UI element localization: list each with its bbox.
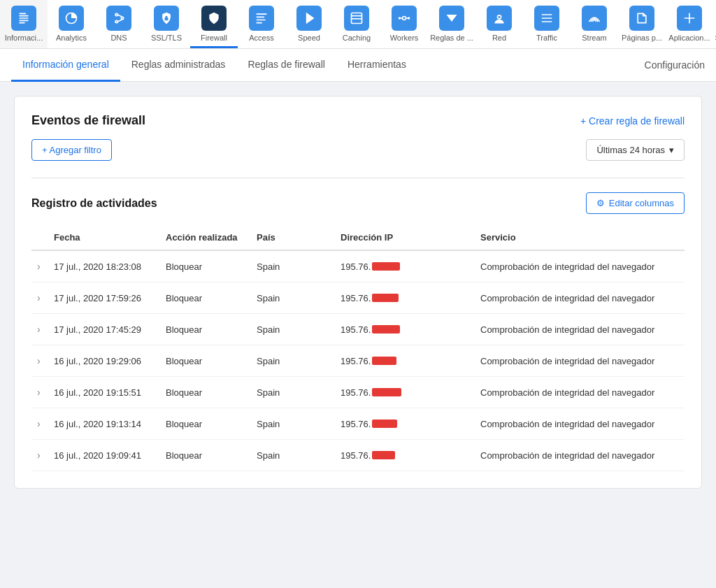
ip-prefix-6: 195.76. [341, 450, 371, 461]
table-row: ›16 jul., 2020 19:13:14BloquearSpain 195… [31, 408, 685, 440]
caching-icon [344, 6, 369, 31]
time-select-button[interactable]: Últimas 24 horas ▾ [586, 139, 685, 161]
cell-accion-0: Bloquear [160, 250, 251, 282]
nav-label-ssl: SSL/TLS [151, 34, 182, 42]
edit-columns-label: Editar columnas [609, 198, 674, 208]
svg-rect-14 [257, 17, 265, 18]
nav-item-aplicacion[interactable]: Aplicacion... [666, 0, 713, 48]
tab-herramientas[interactable]: Herramientas [336, 49, 417, 82]
ip-prefix-0: 195.76. [341, 261, 371, 272]
activity-header: Registro de actividades ⚙ Editar columna… [31, 192, 685, 214]
cell-servicio-0: Comprobación de integridad del navegador [475, 250, 685, 282]
tab-administradas[interactable]: Reglas administradas [120, 49, 237, 82]
nav-label-access: Access [249, 34, 273, 42]
svg-point-8 [121, 17, 123, 19]
col-accion-header: Acción realizada [160, 225, 251, 250]
edit-columns-button[interactable]: ⚙ Editar columnas [586, 192, 685, 214]
cell-pais-4: Spain [251, 377, 335, 408]
svg-point-21 [403, 17, 406, 20]
ip-redacted-bar-3 [372, 357, 396, 365]
divider [31, 178, 685, 178]
nav-label-caching: Caching [343, 34, 371, 42]
events-header: Eventos de firewall + Crear regla de fir… [31, 113, 685, 128]
ip-redacted-bar-4 [372, 388, 401, 396]
red-icon [487, 6, 512, 31]
cell-fecha-3: 16 jul., 2020 19:29:06 [48, 345, 160, 377]
nav-item-analytics[interactable]: Analytics [48, 0, 95, 48]
ip-value-0: 195.76. [341, 261, 400, 272]
nav-item-reglas[interactable]: Reglas de ... [428, 0, 475, 48]
nav-label-workers: Workers [390, 34, 419, 42]
table-row: ›17 jul., 2020 18:23:08BloquearSpain 195… [31, 250, 685, 282]
cell-servicio-6: Comprobación de integridad del navegador [475, 440, 685, 471]
ip-value-5: 195.76. [341, 419, 397, 429]
cell-servicio-2: Comprobación de integridad del navegador [475, 314, 685, 345]
cell-pais-6: Spain [251, 440, 335, 471]
nav-item-ssl[interactable]: SSL/TLS [143, 0, 190, 48]
nav-item-access[interactable]: Access [238, 0, 285, 48]
col-servicio-header: Servicio [475, 225, 685, 250]
svg-line-10 [117, 20, 122, 22]
cell-accion-5: Bloquear [160, 408, 251, 440]
nav-label-firewall: Firewall [201, 34, 227, 42]
expand-chevron[interactable]: › [31, 250, 48, 282]
svg-rect-33 [685, 17, 695, 19]
create-rule-link[interactable]: + Crear regla de firewall [580, 115, 685, 127]
cell-pais-0: Spain [251, 250, 335, 282]
svg-point-6 [115, 13, 117, 15]
nav-label-red: Red [492, 34, 506, 42]
ip-prefix-3: 195.76. [341, 356, 371, 366]
tab-general[interactable]: Información general [11, 49, 120, 82]
table-row: ›17 jul., 2020 17:45:29BloquearSpain 195… [31, 314, 685, 345]
nav-label-paginas: Páginas p... [622, 34, 662, 42]
nav-item-paginas[interactable]: Páginas p... [618, 0, 666, 48]
nav-item-traffic[interactable]: Traffic [523, 0, 571, 48]
nav-item-firewall[interactable]: Firewall [190, 0, 238, 48]
expand-chevron[interactable]: › [31, 314, 48, 345]
access-icon [249, 6, 274, 31]
nav-item-dns[interactable]: DNS [95, 0, 143, 48]
table-header: Fecha Acción realizada País Dirección IP… [31, 225, 685, 250]
col-fecha-header: Fecha [48, 225, 160, 250]
add-filter-button[interactable]: + Agregar filtro [31, 139, 112, 161]
col-ip-header: Dirección IP [335, 225, 475, 250]
nav-label-informacion: Informaci... [5, 34, 43, 42]
nav-label-analytics: Analytics [56, 34, 87, 42]
nav-label-dns: DNS [110, 34, 127, 42]
expand-chevron[interactable]: › [31, 377, 48, 408]
workers-icon [392, 6, 417, 31]
expand-chevron[interactable]: › [31, 282, 48, 314]
svg-marker-17 [306, 13, 315, 24]
expand-chevron[interactable]: › [31, 440, 48, 471]
nav-item-scrape[interactable]: Scrape Shi... [713, 0, 716, 48]
tabs-bar: Información generalReglas administradasR… [0, 49, 716, 82]
svg-point-12 [165, 16, 167, 18]
cell-ip-0: 195.76. [335, 250, 475, 282]
cell-fecha-4: 16 jul., 2020 19:15:51 [48, 377, 160, 408]
ip-prefix-1: 195.76. [341, 293, 371, 303]
time-select-label: Últimas 24 horas [596, 145, 665, 155]
nav-item-red[interactable]: Red [475, 0, 523, 48]
expand-chevron[interactable]: › [31, 408, 48, 440]
nav-label-stream: Stream [582, 34, 606, 42]
nav-item-stream[interactable]: Stream [571, 0, 618, 48]
ip-prefix-5: 195.76. [341, 419, 371, 429]
tab-config[interactable]: Configuración [645, 50, 705, 80]
cell-fecha-5: 16 jul., 2020 19:13:14 [48, 408, 160, 440]
informacion-icon [11, 6, 36, 31]
traffic-icon [534, 6, 559, 31]
expand-chevron[interactable]: › [31, 345, 48, 377]
svg-rect-3 [19, 20, 28, 22]
firewall-icon [201, 6, 227, 31]
nav-item-speed[interactable]: Speed [285, 0, 333, 48]
nav-item-caching[interactable]: Caching [333, 0, 380, 48]
cell-pais-1: Spain [251, 282, 335, 314]
svg-point-23 [408, 17, 410, 19]
paginas-icon [629, 6, 654, 31]
cell-servicio-4: Comprobación de integridad del navegador [475, 377, 685, 408]
nav-item-workers[interactable]: Workers [380, 0, 428, 48]
nav-item-informacion[interactable]: Informaci... [0, 0, 48, 48]
cell-ip-5: 195.76. [335, 408, 475, 440]
table-row: ›16 jul., 2020 19:15:51BloquearSpain 195… [31, 377, 685, 408]
tab-firewall[interactable]: Reglas de firewall [236, 49, 336, 82]
